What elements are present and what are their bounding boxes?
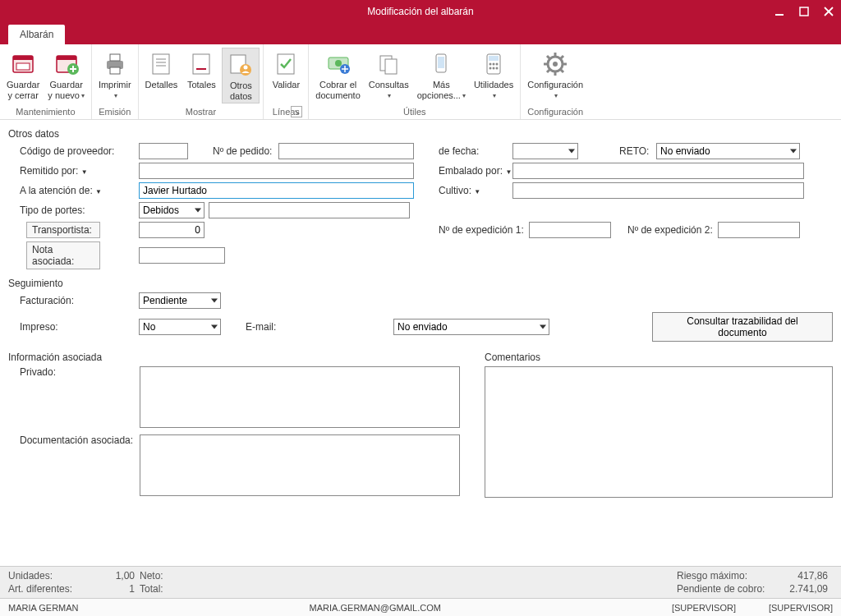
status-email: MARIA.GERMAN@GMAIL.COM	[310, 603, 441, 613]
cultivo-label[interactable]: Cultivo: ▼	[439, 185, 512, 196]
neto-label: Neto:	[140, 570, 205, 582]
ribbon-group-label: Líneas ↘	[267, 105, 305, 119]
svg-point-41	[553, 62, 558, 67]
cultivo-input[interactable]	[512, 182, 804, 199]
impreso-select[interactable]	[139, 319, 221, 335]
reto-select[interactable]	[656, 143, 800, 159]
nota-asociada-button[interactable]: Nota asociada:	[26, 241, 100, 269]
validate-icon	[273, 51, 299, 77]
validar-button[interactable]: Validar	[267, 48, 305, 92]
atencion-input[interactable]	[139, 182, 414, 199]
svg-point-36	[496, 63, 499, 66]
mas-opciones-button[interactable]: Más opciones...▾	[414, 48, 469, 102]
transportista-input[interactable]	[139, 222, 205, 238]
remitido-por-input[interactable]	[139, 163, 414, 179]
ribbon-group-emision: Imprimir▾ Emisión	[92, 44, 139, 119]
status-user: MARIA GERMAN	[8, 603, 79, 613]
tab-strip: Albarán	[0, 23, 841, 44]
impreso-label: Impreso:	[20, 321, 139, 333]
ribbon-group-label: Mostrar	[142, 105, 260, 119]
consultas-button[interactable]: Consultas▾	[365, 48, 412, 102]
atencion-label[interactable]: A la atención de: ▼	[20, 185, 139, 196]
minimize-button[interactable]	[767, 2, 792, 21]
embalado-por-input[interactable]	[512, 163, 804, 179]
maximize-button[interactable]	[792, 2, 816, 21]
remitido-por-label[interactable]: Remitido por: ▼	[20, 165, 139, 177]
totales-button[interactable]: Totales	[182, 48, 220, 92]
codigo-proveedor-input[interactable]	[139, 143, 188, 159]
dialog-launcher[interactable]: ↘	[291, 106, 302, 117]
section-otros-datos: Otros datos	[8, 128, 833, 140]
facturacion-select[interactable]	[139, 292, 221, 309]
svg-rect-31	[438, 57, 444, 68]
facturacion-label: Facturación:	[20, 295, 139, 306]
svg-rect-5	[13, 56, 33, 60]
tipo-portes-extra-input[interactable]	[209, 202, 410, 218]
ribbon-group-utiles: Cobrar el documento Consultas▾ Más opcio…	[309, 44, 521, 119]
status-role-1: [SUPERVISOR]	[672, 603, 736, 613]
calculator-icon	[480, 51, 507, 77]
window-controls	[767, 0, 841, 23]
close-button[interactable]	[816, 2, 841, 21]
reto-label: RETO:	[619, 145, 656, 157]
tipo-portes-select[interactable]	[139, 202, 205, 218]
ribbon: Guardar y cerrar Guardar y nuevo▾ Manten…	[0, 44, 841, 120]
svg-line-48	[547, 70, 549, 72]
ribbon-group-config: Configuración▾ Configuración	[521, 44, 590, 119]
embalado-por-label[interactable]: Embalado por: ▼	[439, 165, 512, 177]
consultar-trazabilidad-button[interactable]: Consultar trazabilidad del documento	[652, 312, 833, 342]
money-icon	[325, 51, 352, 77]
tab-albaran[interactable]: Albarán	[8, 25, 65, 44]
config-button[interactable]: Configuración▾	[524, 48, 586, 102]
device-icon	[428, 51, 454, 77]
svg-point-35	[493, 63, 495, 66]
svg-rect-8	[57, 56, 76, 60]
printer-icon	[102, 51, 128, 77]
svg-rect-15	[153, 54, 169, 74]
gear-icon	[542, 51, 568, 77]
svg-rect-29	[385, 59, 397, 74]
ribbon-group-label: Configuración	[524, 105, 586, 119]
section-info: Información asociada	[8, 352, 468, 363]
svg-point-39	[496, 67, 499, 70]
art-label: Art. diferentes:	[8, 583, 99, 595]
svg-line-49	[561, 56, 563, 58]
unidades-label: Unidades:	[8, 570, 99, 582]
status-role-2: [SUPERVISOR]	[769, 603, 833, 613]
svg-point-26	[335, 60, 342, 67]
de-fecha-input[interactable]	[512, 143, 578, 159]
svg-point-37	[489, 67, 492, 70]
transportista-button[interactable]: Transportista:	[26, 222, 100, 238]
print-button[interactable]: Imprimir▾	[95, 48, 135, 102]
statusbar: MARIA GERMAN MARIA.GERMAN@GMAIL.COM [SUP…	[0, 598, 841, 616]
svg-rect-19	[193, 54, 209, 74]
n-pedido-input[interactable]	[278, 143, 414, 159]
nota-asociada-input[interactable]	[139, 247, 225, 264]
details-icon	[148, 51, 174, 77]
total-label: Total:	[140, 583, 205, 595]
save-new-icon	[53, 51, 80, 77]
svg-point-38	[493, 67, 495, 70]
email-select[interactable]	[393, 319, 549, 335]
n-exp-2-input[interactable]	[718, 222, 800, 238]
n-exp-1-input[interactable]	[529, 222, 611, 238]
otros-datos-button[interactable]: Otros datos	[222, 48, 260, 103]
pendiente-value: 2.741,09	[775, 583, 833, 595]
detalles-button[interactable]: Detalles	[142, 48, 182, 92]
svg-line-47	[561, 70, 563, 72]
svg-point-34	[489, 63, 492, 66]
save-close-button[interactable]: Guardar y cerrar	[3, 48, 43, 102]
svg-line-46	[547, 56, 549, 58]
svg-point-23	[244, 66, 248, 70]
documents-icon	[375, 51, 402, 77]
totals-icon	[188, 51, 214, 77]
privado-textarea[interactable]	[140, 366, 460, 428]
pendiente-label: Pendiente de cobro:	[677, 583, 775, 595]
form-area: Otros datos Código de proveedor: Nº de p…	[0, 120, 841, 566]
svg-rect-1	[800, 7, 808, 16]
window-title: Modificación del albarán	[367, 6, 473, 17]
privado-label: Privado:	[8, 366, 140, 378]
cobrar-button[interactable]: Cobrar el documento	[312, 48, 363, 102]
save-new-button[interactable]: Guardar y nuevo▾	[44, 48, 88, 102]
utilidades-button[interactable]: Utilidades▾	[471, 48, 517, 102]
